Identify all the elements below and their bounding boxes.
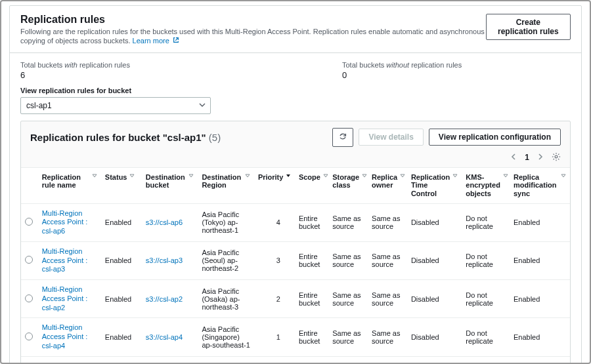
table-row: Multi-Region Access Point : csl-ap4Enabl… (21, 318, 570, 356)
cell-scope: Entire bucket (295, 203, 328, 241)
cell-status: Enabled (101, 318, 142, 356)
cell-mod: Enabled (510, 241, 570, 279)
cell-kms: Do not replicate (462, 241, 510, 279)
cell-scope: Entire bucket (295, 318, 328, 356)
cell-storage: Same as source (328, 203, 368, 241)
sort-icon (503, 173, 508, 178)
cell-storage: Same as source (328, 280, 368, 318)
page-description: Following are the replication rules for … (20, 27, 486, 46)
cell-status: Enabled (101, 241, 142, 279)
col-dest-region[interactable]: Destination Region (198, 167, 254, 203)
rule-name-link[interactable]: Multi-Region Access Point : csl-ap6 (42, 209, 88, 235)
table-row: Multi-Region Access Point : csl-ap5Enabl… (21, 356, 570, 364)
refresh-icon (338, 134, 347, 143)
dest-bucket-link[interactable]: s3://csl-ap4 (146, 333, 183, 341)
view-replication-config-button[interactable]: View replication configuration (429, 129, 561, 146)
current-page: 1 (525, 153, 529, 162)
sort-icon (129, 173, 135, 178)
cell-scope: Entire bucket (295, 241, 328, 279)
cell-status: Enabled (101, 280, 142, 318)
col-name[interactable]: Replication rule name (38, 167, 101, 203)
stat-with-value: 6 (20, 70, 303, 80)
cell-mod: Enabled (510, 356, 570, 364)
col-priority[interactable]: Priority (254, 167, 295, 203)
replication-rules-panel: Replication rules Following are the repl… (9, 5, 582, 364)
cell-rtc: Disabled (407, 318, 462, 356)
create-replication-rules-button[interactable]: Create replication rules (486, 14, 571, 40)
rules-table-title: Replication rules for bucket "csl-ap1" (… (30, 132, 221, 143)
cell-kms: Do not replicate (462, 203, 510, 241)
cell-mod: Enabled (510, 318, 570, 356)
cell-owner: Same as source (368, 280, 407, 318)
row-select-radio[interactable] (25, 333, 33, 340)
page-title: Replication rules (20, 14, 486, 26)
stat-with-label: Total buckets with replication rules (20, 61, 303, 69)
sort-icon (561, 173, 566, 178)
cell-status: Enabled (101, 203, 142, 241)
prev-page-button[interactable] (510, 153, 517, 162)
row-select-radio[interactable] (25, 218, 33, 226)
dest-bucket-link[interactable]: s3://csl-ap2 (146, 295, 183, 303)
cell-owner: Same as source (368, 318, 407, 356)
sort-icon (245, 173, 250, 178)
cell-dest-region: Asia Pacific (Seoul) ap-northeast-2 (198, 241, 254, 279)
bucket-select[interactable]: csl-ap1 (20, 97, 211, 114)
cell-dest-region: Asia Pacific (Singapore) ap-southeast-1 (198, 318, 254, 356)
cell-priority: 4 (254, 203, 295, 241)
cell-kms: Do not replicate (462, 318, 510, 356)
replication-rules-table: Replication rule name Status Destination… (21, 167, 570, 364)
dest-bucket-link[interactable]: s3://csl-ap3 (146, 256, 183, 264)
sort-desc-icon (286, 173, 291, 178)
cell-owner: Same as source (368, 241, 407, 279)
cell-storage: Same as source (328, 318, 368, 356)
sort-icon (362, 173, 367, 178)
sort-icon (92, 173, 97, 178)
refresh-button[interactable] (332, 128, 353, 147)
cell-priority: 2 (254, 280, 295, 318)
cell-dest-region: Asia Pacific (Tokyo) ap-northeast-1 (198, 203, 254, 241)
cell-priority: 1 (254, 318, 295, 356)
col-storage[interactable]: Storage class (328, 167, 368, 203)
cell-mod: Enabled (510, 280, 570, 318)
pagination: 1 (21, 150, 570, 167)
col-rtc[interactable]: Replication Time Control (407, 167, 462, 203)
col-owner[interactable]: Replica owner (368, 167, 407, 203)
rule-name-link[interactable]: Multi-Region Access Point : csl-ap5 (42, 362, 88, 364)
learn-more-link[interactable]: Learn more (133, 37, 179, 45)
table-settings-button[interactable] (552, 152, 561, 163)
rule-name-link[interactable]: Multi-Region Access Point : csl-ap4 (42, 323, 88, 350)
cell-dest-region: Asia Pacific (Sydney) ap-southeast-2 (198, 356, 254, 364)
cell-scope: Entire bucket (295, 280, 328, 318)
cell-rtc: Disabled (407, 280, 462, 318)
rules-table-panel: Replication rules for bucket "csl-ap1" (… (20, 121, 571, 364)
cell-priority: 0 (254, 356, 295, 364)
cell-scope: Entire bucket (295, 356, 328, 364)
cell-storage: Same as source (328, 356, 368, 364)
cell-owner: Same as source (368, 203, 407, 241)
view-details-button[interactable]: View details (359, 129, 423, 146)
cell-rtc: Disabled (407, 203, 462, 241)
stat-without-label: Total buckets without replication rules (342, 61, 462, 69)
dest-bucket-link[interactable]: s3://csl-ap6 (146, 218, 183, 226)
row-select-radio[interactable] (25, 294, 33, 302)
table-row: Multi-Region Access Point : csl-ap2Enabl… (21, 280, 570, 318)
row-select-radio[interactable] (25, 256, 33, 264)
cell-mod: Enabled (510, 203, 570, 241)
col-kms[interactable]: KMS-encrypted objects (462, 167, 510, 203)
table-row: Multi-Region Access Point : csl-ap3Enabl… (21, 241, 570, 279)
cell-rtc: Disabled (407, 356, 462, 364)
cell-priority: 3 (254, 241, 295, 279)
rule-name-link[interactable]: Multi-Region Access Point : csl-ap3 (42, 247, 88, 273)
svg-point-0 (555, 155, 558, 158)
stat-without-value: 0 (342, 70, 462, 80)
next-page-button[interactable] (537, 153, 544, 162)
sort-icon (323, 173, 328, 178)
col-scope[interactable]: Scope (295, 167, 328, 203)
sort-icon (400, 173, 405, 178)
rule-name-link[interactable]: Multi-Region Access Point : csl-ap2 (42, 285, 88, 312)
col-status[interactable]: Status (101, 167, 142, 203)
col-mod[interactable]: Replica modification sync (510, 167, 570, 203)
cell-dest-region: Asia Pacific (Osaka) ap-northeast-3 (198, 280, 254, 318)
cell-owner: Same as source (368, 356, 407, 364)
col-dest-bucket[interactable]: Destination bucket (142, 167, 198, 203)
